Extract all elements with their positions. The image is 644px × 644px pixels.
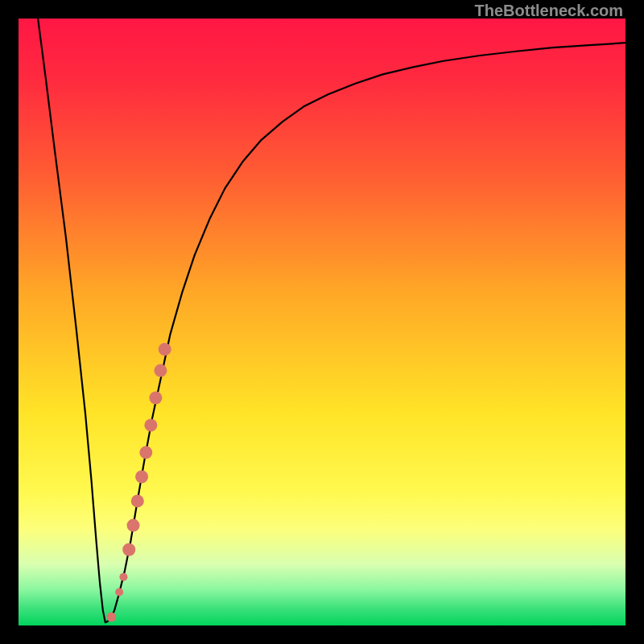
marker-dot xyxy=(149,391,162,404)
marker-dot xyxy=(122,543,135,556)
marker-dot xyxy=(106,612,116,621)
marker-dot xyxy=(144,419,157,431)
marker-dot xyxy=(119,573,127,581)
marker-dot xyxy=(115,588,123,597)
marker-dot xyxy=(139,446,152,459)
marker-dot xyxy=(135,470,148,483)
plot-area xyxy=(19,19,625,625)
marker-dot xyxy=(159,343,171,356)
attribution-text: TheBottleneck.com xyxy=(475,2,623,20)
marker-dot xyxy=(131,494,144,507)
chart-svg xyxy=(19,19,625,625)
marker-dot xyxy=(154,364,167,377)
marker-dot xyxy=(127,519,140,532)
outer-frame: TheBottleneck.com xyxy=(0,0,644,644)
gradient-background xyxy=(19,19,625,625)
